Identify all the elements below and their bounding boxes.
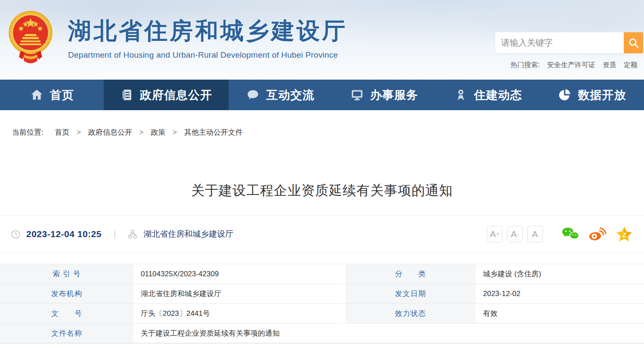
wechat-share-icon[interactable] xyxy=(561,227,579,241)
search-bar xyxy=(495,32,643,53)
breadcrumb-item-gov-info[interactable]: 政府信息公开 xyxy=(88,128,132,136)
info-divider: | xyxy=(114,229,116,239)
nav-item-services[interactable]: 办事服务 xyxy=(332,80,436,110)
share-buttons: Z xyxy=(561,226,633,242)
qzone-share-icon[interactable]: Z xyxy=(616,226,633,242)
site-header: 湖北省住房和城乡建设厅 Department of Housing and Ur… xyxy=(0,0,644,80)
breadcrumb-separator: > xyxy=(139,128,144,136)
clock-icon xyxy=(11,230,20,239)
pie-chart-icon xyxy=(558,88,571,102)
publish-source: 湖北省住房和城乡建设厅 xyxy=(143,229,233,240)
font-btn-label: A xyxy=(490,229,496,239)
site-brand: 湖北省住房和城乡建设厅 Department of Housing and Ur… xyxy=(68,15,347,60)
national-emblem-logo xyxy=(8,9,53,66)
breadcrumb: 当前位置: 首页 > 政府信息公开 > 政策 > 其他主动公开文件 xyxy=(0,110,644,140)
nav-label: 办事服务 xyxy=(370,87,418,103)
nav-item-gov-info[interactable]: 政府信息公开 xyxy=(104,80,229,110)
meta-label-issue-date: 发文日期 xyxy=(342,284,476,304)
weibo-share-icon[interactable] xyxy=(588,227,607,241)
meta-value-doc-number: 厅头〔2023〕2441号 xyxy=(133,304,342,324)
hot-search-link-2[interactable]: 资质 xyxy=(603,61,616,70)
breadcrumb-item-home[interactable]: 首页 xyxy=(55,128,69,136)
meta-value-issuing-agency: 湖北省住房和城乡建设厅 xyxy=(133,284,342,304)
meta-label-category: 分 类 xyxy=(342,264,476,284)
nav-label: 政府信息公开 xyxy=(140,87,212,103)
hot-search-link-1[interactable]: 安全生产许可证 xyxy=(547,61,595,70)
meta-label-doc-title: 文件名称 xyxy=(0,324,133,343)
award-badge-icon xyxy=(454,88,468,102)
main-nav: 首页 政府信息公开 互动交流 办事服务 住建动态 xyxy=(0,80,644,110)
meta-label-validity-status: 效力状态 xyxy=(342,304,476,324)
hot-search-link-3[interactable]: 定额 xyxy=(624,61,638,70)
meta-label-issuing-agency: 发布机构 xyxy=(0,284,133,304)
chat-bubble-icon xyxy=(246,88,260,102)
breadcrumb-item-policy[interactable]: 政策 xyxy=(151,128,165,136)
sitemap-icon xyxy=(128,229,137,239)
publish-info: 2023-12-04 10:25 | 湖北省住房和城乡建设厅 xyxy=(11,229,233,240)
breadcrumb-separator: > xyxy=(77,128,81,136)
search-input[interactable] xyxy=(495,32,624,53)
nav-item-news[interactable]: 住建动态 xyxy=(436,80,540,110)
nav-item-home[interactable]: 首页 xyxy=(0,80,104,110)
site-title: 湖北省住房和城乡建设厅 xyxy=(68,15,347,47)
article-tools: A+ A- A xyxy=(487,226,633,242)
search-icon xyxy=(628,37,639,49)
meta-value-category: 城乡建设 (含住房) xyxy=(476,264,644,284)
nav-label: 数据开放 xyxy=(578,87,626,103)
nav-label: 首页 xyxy=(50,87,74,103)
hot-search-label: 热门搜索: xyxy=(511,61,540,70)
meta-value-issue-date: 2023-12-02 xyxy=(476,284,644,304)
breadcrumb-item-other-docs[interactable]: 其他主动公开文件 xyxy=(184,128,243,136)
nav-item-interaction[interactable]: 互动交流 xyxy=(229,80,332,110)
breadcrumb-separator: > xyxy=(173,128,177,136)
home-icon xyxy=(30,88,43,102)
article-title: 关于建设工程企业资质延续有关事项的通知 xyxy=(0,182,644,200)
article-info-bar: 2023-12-04 10:25 | 湖北省住房和城乡建设厅 A+ A- A xyxy=(0,215,644,253)
meta-value-index-no: 01104325X/2023-42309 xyxy=(133,264,342,284)
nav-label: 住建动态 xyxy=(474,87,522,103)
breadcrumb-label: 当前位置: xyxy=(12,128,43,136)
font-btn-label: A xyxy=(511,229,517,239)
font-reset-button[interactable]: A xyxy=(527,226,543,242)
search-button[interactable] xyxy=(624,32,643,53)
font-btn-label: A xyxy=(532,229,538,239)
nav-item-open-data[interactable]: 数据开放 xyxy=(540,80,644,110)
font-increase-button[interactable]: A+ xyxy=(487,226,502,242)
meta-label-index-no: 索 引 号 xyxy=(0,264,133,284)
document-meta-table: 索 引 号 01104325X/2023-42309 分 类 城乡建设 (含住房… xyxy=(0,264,644,343)
meta-value-validity-status: 有效 xyxy=(476,304,644,324)
meta-value-doc-title: 关于建设工程企业资质延续有关事项的通知 xyxy=(133,324,644,343)
publish-time: 2023-12-04 10:25 xyxy=(26,229,102,239)
document-icon xyxy=(120,88,133,102)
hot-search-row: 热门搜索: 安全生产许可证 资质 定额 xyxy=(511,61,638,70)
svg-text:Z: Z xyxy=(622,232,626,238)
font-decrease-button[interactable]: A- xyxy=(507,226,523,242)
site-subtitle: Department of Housing and Urban-Rural De… xyxy=(68,50,347,60)
meta-label-doc-number: 文 号 xyxy=(0,304,133,324)
monitor-icon xyxy=(350,88,364,102)
nav-label: 互动交流 xyxy=(266,87,314,103)
